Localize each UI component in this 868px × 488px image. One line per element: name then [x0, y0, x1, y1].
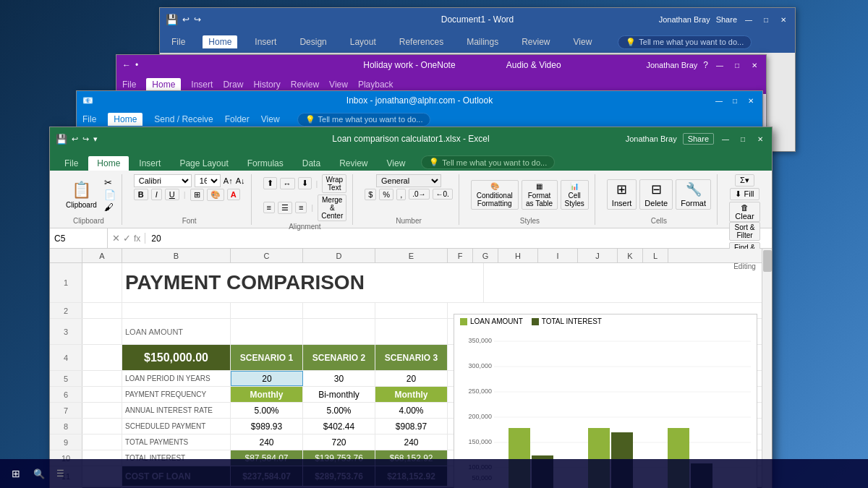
cell-b4-amount[interactable]: $150,000.00 — [122, 345, 231, 370]
italic-button[interactable]: I — [151, 189, 162, 200]
cell-d2[interactable] — [303, 303, 375, 318]
word-maximize-button[interactable]: □ — [760, 14, 772, 25]
merge-center-button[interactable]: Merge & Center — [318, 194, 346, 221]
border-button[interactable]: ⊞ — [190, 189, 204, 201]
excel-minimize-button[interactable]: — — [720, 133, 731, 145]
vertical-scrollbar[interactable] — [762, 249, 772, 488]
excel-tab-file[interactable]: File — [56, 156, 87, 171]
excel-tab-formulas[interactable]: Formulas — [239, 156, 292, 171]
onenote-tab-insert[interactable]: Insert — [191, 80, 213, 90]
cell-d9-val[interactable]: 720 — [303, 435, 375, 450]
outlook-tab-send-receive[interactable]: Send / Receive — [154, 114, 213, 124]
excel-tab-review[interactable]: Review — [331, 156, 376, 171]
save-icon[interactable]: 💾 — [166, 14, 178, 25]
number-format-select[interactable]: General — [376, 174, 441, 187]
wrap-text-button[interactable]: Wrap Text — [322, 174, 346, 193]
cell-a2[interactable] — [82, 303, 122, 318]
cell-d4-s2[interactable]: SCENARIO 2 — [303, 345, 375, 370]
font-grow-icon[interactable]: A↑ — [224, 176, 233, 185]
cell-e5-val[interactable]: 20 — [375, 371, 448, 386]
copy-icon[interactable]: 📄 — [104, 189, 116, 200]
onenote-forward-icon[interactable]: • — [135, 60, 138, 70]
autosum-button[interactable]: Σ▾ — [735, 174, 754, 187]
outlook-tell-me[interactable]: 💡 Tell me what you want to do... — [297, 113, 431, 127]
name-box[interactable]: C5 — [50, 228, 108, 248]
font-size-select[interactable]: 16 — [195, 174, 221, 187]
cell-c6-val[interactable]: Monthly — [231, 387, 303, 402]
onenote-tab-playback[interactable]: Playback — [358, 80, 393, 90]
word-tab-review[interactable]: Review — [516, 35, 556, 48]
cell-b3-loan-label[interactable]: LOAN AMOUNT — [122, 319, 231, 344]
cell-c4-s1[interactable]: SCENARIO 1 — [231, 345, 303, 370]
cell-d6-val[interactable]: Bi-monthly — [303, 387, 375, 402]
cancel-formula-icon[interactable]: ✕ — [112, 233, 120, 244]
cell-b2[interactable] — [122, 303, 231, 318]
enter-formula-icon[interactable]: ✓ — [123, 233, 131, 244]
outlook-tab-home[interactable]: Home — [108, 113, 142, 126]
bold-button[interactable]: B — [134, 189, 148, 200]
cell-e8-val[interactable]: $908.97 — [375, 419, 448, 434]
excel-redo-icon[interactable]: ↪ — [82, 134, 89, 144]
word-tab-design[interactable]: Design — [294, 35, 332, 48]
excel-save-icon[interactable]: 💾 — [56, 134, 67, 145]
onenote-minimize-button[interactable]: — — [714, 59, 726, 71]
outlook-minimize-button[interactable]: — — [713, 95, 725, 106]
cell-d7-val[interactable]: 5.00% — [303, 403, 375, 418]
align-top-button[interactable]: ⬆ — [263, 177, 277, 189]
excel-tab-insert[interactable]: Insert — [130, 156, 169, 171]
word-tab-references[interactable]: References — [393, 35, 449, 48]
cell-c2[interactable] — [231, 303, 303, 318]
cell-a4[interactable] — [82, 345, 122, 370]
insert-function-icon[interactable]: fx — [134, 234, 140, 244]
cell-a3[interactable] — [82, 319, 122, 344]
cell-a5[interactable] — [82, 371, 122, 386]
cell-b5-label[interactable]: LOAN PERIOD IN YEARS — [122, 371, 231, 386]
onenote-tab-history[interactable]: History — [253, 80, 280, 90]
font-name-select[interactable]: Calibri — [134, 174, 192, 187]
format-painter-icon[interactable]: 🖌 — [104, 202, 116, 213]
cell-e6-val[interactable]: Monthly — [375, 387, 448, 402]
outlook-tab-view[interactable]: View — [261, 114, 280, 124]
cell-styles-button[interactable]: 📊 Cell Styles — [561, 180, 589, 210]
decrease-decimal-button[interactable]: ←0. — [433, 189, 453, 200]
cell-b7-label[interactable]: ANNUAL INTEREST RATE — [122, 403, 231, 418]
percent2-button[interactable]: , — [396, 189, 406, 200]
fill-color-button[interactable]: 🎨 — [207, 189, 224, 201]
word-minimize-button[interactable]: — — [743, 14, 754, 25]
excel-tab-view[interactable]: View — [378, 156, 414, 171]
cell-e9-val[interactable]: 240 — [375, 435, 448, 450]
cell-b9-label[interactable]: TOTAL PAYMENTS — [122, 435, 231, 450]
onenote-tab-draw[interactable]: Draw — [223, 80, 243, 90]
word-tab-view[interactable]: View — [568, 35, 598, 48]
cell-c3[interactable] — [231, 319, 303, 344]
cell-b6-label[interactable]: PAYMENT FREQUENCY — [122, 387, 231, 402]
excel-share[interactable]: Share — [683, 133, 714, 145]
underline-button[interactable]: U — [165, 189, 179, 200]
comma-button[interactable]: % — [379, 189, 393, 200]
format-as-table-button[interactable]: ▦ Format as Table — [522, 180, 558, 210]
word-share[interactable]: Share — [716, 15, 737, 24]
onenote-help-icon[interactable]: ? — [703, 60, 708, 70]
undo-icon[interactable]: ↩ — [182, 14, 190, 25]
cell-e7-val[interactable]: 4.00% — [375, 403, 448, 418]
excel-tell-me[interactable]: 💡 Tell me what you want to do... — [421, 155, 555, 169]
cell-d8-val[interactable]: $402.44 — [303, 419, 375, 434]
cell-c9-val[interactable]: 240 — [231, 435, 303, 450]
word-tab-layout[interactable]: Layout — [344, 35, 382, 48]
onenote-tab-home[interactable]: Home — [146, 78, 181, 91]
outlook-close-button[interactable]: ✕ — [745, 95, 757, 106]
cell-d3[interactable] — [303, 319, 375, 344]
outlook-maximize-button[interactable]: □ — [729, 95, 741, 106]
onenote-close-button[interactable]: ✕ — [749, 59, 760, 71]
clear-button[interactable]: 🗑 Clear — [729, 202, 760, 222]
cell-a9[interactable] — [82, 435, 122, 450]
onenote-back-icon[interactable]: ← — [122, 60, 131, 70]
insert-button[interactable]: ⊞ Insert — [607, 179, 637, 210]
cell-c7-val[interactable]: 5.00% — [231, 403, 303, 418]
outlook-tab-file[interactable]: File — [82, 114, 96, 124]
cell-c8-val[interactable]: $989.93 — [231, 419, 303, 434]
search-button[interactable]: 🔍 — [29, 468, 49, 479]
cell-c5-val[interactable]: 20 — [231, 371, 303, 386]
align-left-button[interactable]: ≡ — [263, 202, 275, 213]
excel-close-button[interactable]: ✕ — [754, 133, 766, 145]
